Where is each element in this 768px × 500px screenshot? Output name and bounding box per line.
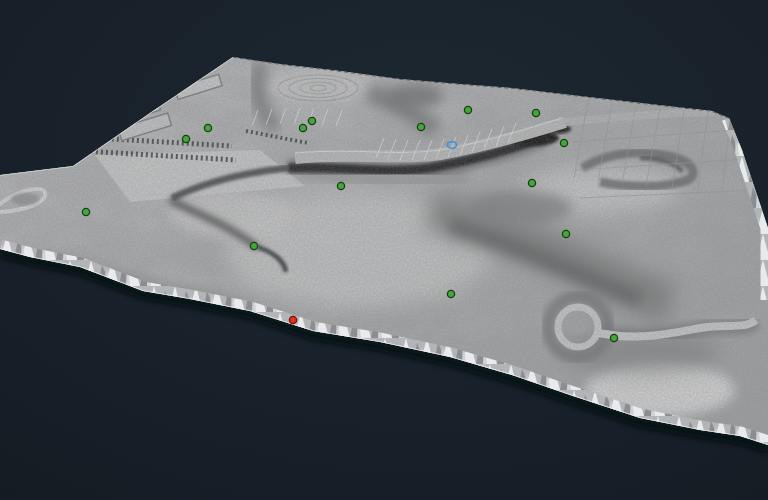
gcp-marker-green[interactable] <box>308 117 315 124</box>
terrain-mesh-canvas <box>0 0 768 500</box>
gcp-marker-green[interactable] <box>610 334 617 341</box>
gcp-marker-green[interactable] <box>250 242 257 249</box>
3d-viewport[interactable] <box>0 0 768 500</box>
gcp-marker-red[interactable] <box>289 316 296 323</box>
gcp-marker-green[interactable] <box>299 124 306 131</box>
gcp-marker-green[interactable] <box>417 123 424 130</box>
gcp-marker-green[interactable] <box>560 139 567 146</box>
gcp-marker-green[interactable] <box>82 208 89 215</box>
gcp-marker-green[interactable] <box>337 182 344 189</box>
gcp-marker-green[interactable] <box>182 135 189 142</box>
gcp-marker-green[interactable] <box>204 124 211 131</box>
gcp-marker-green[interactable] <box>447 290 454 297</box>
gcp-marker-green[interactable] <box>528 179 535 186</box>
gcp-marker-green[interactable] <box>532 109 539 116</box>
gcp-marker-green[interactable] <box>464 106 471 113</box>
gcp-marker-green[interactable] <box>562 230 569 237</box>
